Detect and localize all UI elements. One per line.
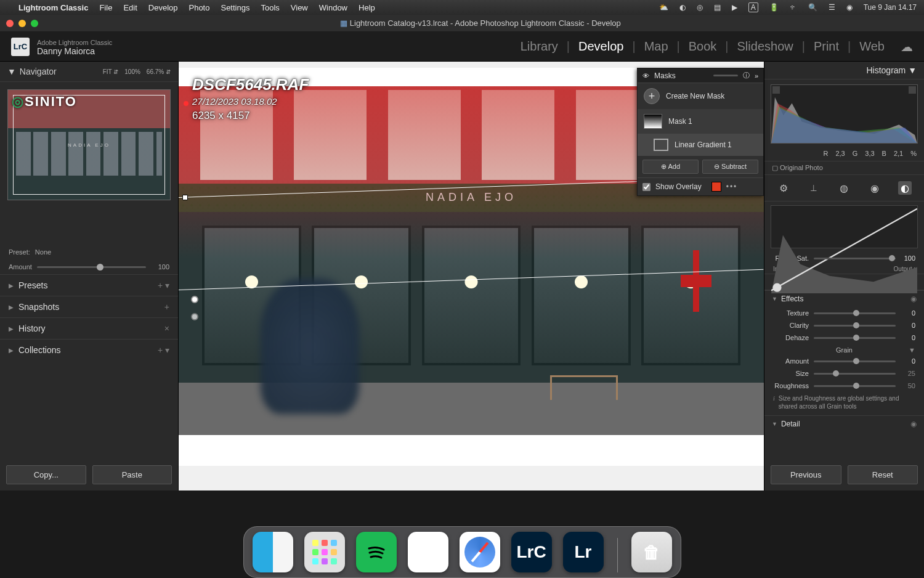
navigator-thumbnail[interactable]: ◎SINITO NADIA EJO (7, 89, 171, 200)
status-icon[interactable]: ◐ (679, 3, 686, 12)
gradient-pin[interactable] (191, 296, 198, 303)
history-section[interactable]: ▶History× (0, 317, 178, 339)
tone-curve[interactable] (771, 205, 918, 248)
module-book[interactable]: Book (689, 39, 717, 54)
create-mask-row[interactable]: + Create New Mask (638, 83, 763, 109)
presets-section[interactable]: ▶Presets+ ▾ (0, 274, 178, 296)
amount-slider[interactable] (37, 266, 146, 268)
menu-edit[interactable]: Edit (123, 3, 137, 12)
menu-file[interactable]: File (99, 3, 112, 12)
dock-finder-icon[interactable] (253, 532, 293, 572)
dock-trash-icon[interactable]: 🗑 (631, 532, 672, 572)
clarity-slider[interactable] (814, 325, 896, 327)
redeye-tool-icon[interactable]: ◉ (868, 181, 881, 195)
status-icon[interactable]: ▤ (714, 3, 721, 12)
grain-amount-value: 0 (901, 357, 915, 365)
minimize-button[interactable] (18, 20, 26, 27)
app-menu[interactable]: Lightroom Classic (18, 3, 88, 12)
product-label: Adobe Lightroom Classic (37, 38, 112, 47)
siri-icon[interactable]: ◉ (846, 3, 853, 12)
status-icon[interactable]: A (748, 2, 758, 12)
detail-section-header[interactable]: ▼Detail◉ (764, 415, 924, 432)
photo-canvas[interactable]: NADIA EJO DSCF5645.RAF 27/12/2023 03.18.… (179, 68, 764, 466)
collections-section[interactable]: ▶Collections+ ▾ (0, 339, 178, 360)
status-icon[interactable]: ⛅ (659, 3, 668, 12)
navigator-title: Navigator (20, 67, 57, 76)
mask-add-button[interactable]: ⊕ Add (642, 160, 699, 174)
module-develop[interactable]: Develop (578, 39, 623, 54)
dock-spotify-icon[interactable] (356, 532, 397, 572)
dock-lightroom-classic-icon[interactable]: LrC (511, 532, 552, 572)
module-picker-bar: LrC Adobe Lightroom Classic Danny Maiorc… (0, 32, 924, 62)
overlay-color-swatch[interactable] (711, 182, 721, 192)
mask-options-icon[interactable]: ••• (726, 182, 738, 191)
mask-tool-icon[interactable]: ◐ (898, 181, 912, 195)
grain-amount-slider[interactable] (814, 360, 896, 362)
dehaze-label: Dehaze (773, 334, 809, 341)
copy-button[interactable]: Copy... (6, 465, 86, 484)
close-button[interactable] (6, 20, 14, 27)
eye-icon[interactable]: 👁 (642, 72, 649, 79)
dehaze-slider[interactable] (814, 337, 896, 339)
gradient-handle[interactable] (182, 195, 188, 200)
grain-size-slider[interactable] (814, 373, 896, 375)
menubar-clock[interactable]: Tue 9 Jan 14.17 (864, 3, 917, 12)
grain-roughness-slider[interactable] (814, 385, 896, 387)
heal-tool-icon[interactable]: ◍ (837, 181, 851, 195)
info-dot-icon (184, 101, 188, 106)
menu-window[interactable]: Window (319, 3, 347, 12)
reset-button[interactable]: Reset (848, 465, 918, 484)
mask-opacity-slider[interactable] (713, 75, 738, 76)
status-icon[interactable]: ▶ (732, 3, 737, 12)
dock-safari-icon[interactable] (460, 532, 500, 572)
original-photo-toggle[interactable]: ▢ Original Photo (764, 161, 924, 175)
histogram[interactable] (771, 84, 918, 144)
masks-panel: 👁 Masks ⓘ » + Create New Mask Mask 1 (637, 68, 764, 196)
menu-tools[interactable]: Tools (261, 3, 279, 12)
zoom-66[interactable]: 66.7% ⇵ (147, 68, 171, 75)
battery-icon[interactable]: 🔋 (769, 3, 779, 12)
grain-size-label: Size (773, 370, 809, 377)
mask-subtract-button[interactable]: ⊖ Subtract (702, 160, 758, 174)
module-web[interactable]: Web (859, 39, 885, 54)
mask-component[interactable]: Linear Gradient 1 (638, 134, 763, 156)
cc-status-icon[interactable]: ◎ (697, 3, 703, 12)
preset-value[interactable]: None (35, 248, 51, 256)
dock-lightroom-icon[interactable]: Lr (563, 532, 604, 572)
refine-sat-slider[interactable] (814, 258, 896, 259)
module-slideshow[interactable]: Slideshow (737, 39, 793, 54)
texture-slider[interactable] (814, 312, 896, 314)
control-center-icon[interactable]: ☰ (829, 3, 835, 12)
dock-launchpad-icon[interactable] (304, 532, 345, 572)
module-library[interactable]: Library (521, 39, 558, 54)
mask-panel-collapse-icon[interactable]: » (755, 72, 758, 79)
paste-button[interactable]: Paste (92, 465, 172, 484)
mask-item[interactable]: Mask 1 (638, 109, 763, 134)
gradient-pin[interactable] (191, 313, 198, 320)
navigator-header[interactable]: ▼ Navigator FIT ⇵ 100% 66.7% ⇵ (0, 62, 178, 82)
menu-view[interactable]: View (291, 3, 308, 12)
module-print[interactable]: Print (814, 39, 839, 54)
zoom-fit[interactable]: FIT ⇵ (103, 68, 119, 75)
crop-tool-icon[interactable]: ⟂ (807, 181, 821, 195)
zoom-100[interactable]: 100% (124, 68, 140, 75)
snapshots-section[interactable]: ▶Snapshots+ (0, 296, 178, 317)
cloud-sync-icon[interactable]: ☁ (901, 39, 913, 54)
zoom-button[interactable] (31, 20, 38, 27)
edit-tool-icon[interactable]: ⚙ (777, 181, 790, 195)
mask-panel-info-icon[interactable]: ⓘ (743, 71, 750, 80)
watermark-text: ◎SINITO (12, 94, 77, 110)
menu-develop[interactable]: Develop (148, 3, 178, 12)
histogram-header[interactable]: Histogram ▼ (764, 62, 924, 79)
window-controls (6, 20, 38, 27)
spotlight-icon[interactable]: 🔍 (808, 3, 817, 12)
menu-photo[interactable]: Photo (188, 3, 209, 12)
previous-button[interactable]: Previous (771, 465, 841, 484)
menu-settings[interactable]: Settings (221, 3, 249, 12)
menu-help[interactable]: Help (359, 3, 375, 12)
module-map[interactable]: Map (644, 39, 668, 54)
dock-things-icon[interactable]: ✔ (408, 532, 448, 572)
grain-caret-icon[interactable]: ▼ (909, 346, 915, 354)
wifi-icon[interactable]: ᯤ (790, 3, 797, 12)
show-overlay-checkbox[interactable] (642, 183, 650, 191)
